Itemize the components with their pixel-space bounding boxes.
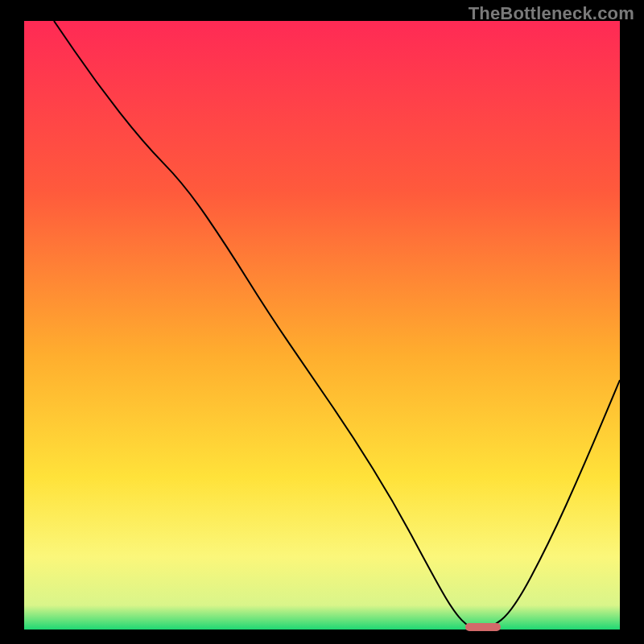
plot-area <box>24 21 620 630</box>
chart-frame: TheBottleneck.com <box>0 0 644 644</box>
bottleneck-curve <box>24 21 620 630</box>
optimal-range-marker <box>465 623 501 631</box>
